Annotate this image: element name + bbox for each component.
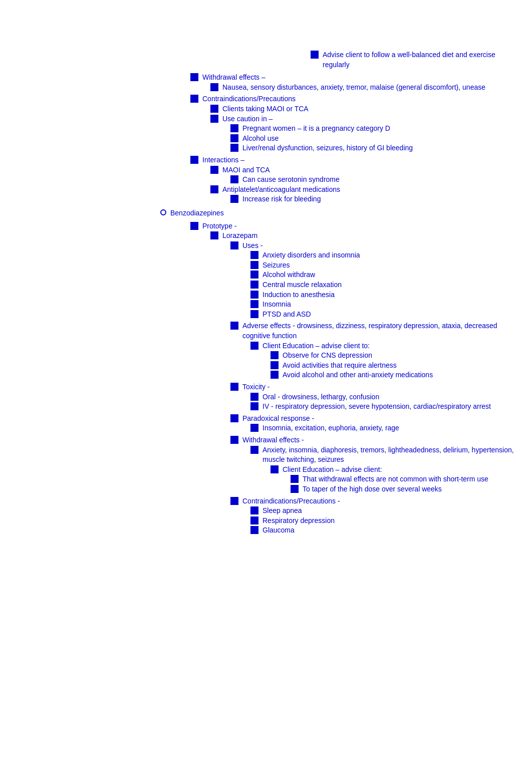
bullet-icon [250,402,258,410]
bullet-icon [250,424,258,432]
withdrawal-not-common-item: That withdrawal effects are not common w… [20,474,522,484]
anxiety-insomnia-item: Anxiety disorders and insomnia [20,250,522,260]
paradoxical-detail-item: Insomnia, excitation, euphoria, anxiety,… [20,423,522,433]
ptsd-asd-item: PTSD and ASD [20,310,522,320]
paradoxical-header-text: Paradoxical response - [242,414,522,424]
bullet-icon [210,166,218,174]
induction-anesthesia-text: Induction to anesthesia [262,290,522,300]
withdrawal-not-common-text: That withdrawal effects are not common w… [303,474,522,484]
iv-toxicity-item: IV - respiratory depression, severe hypo… [20,402,522,412]
bullet-icon [230,144,238,152]
bullet-icon [230,383,238,391]
prototype-item: Prototype - [20,221,522,231]
liver-renal-text: Liver/renal dysfunction, seizures, histo… [242,143,522,153]
withdrawal-effects-detail-text: Nausea, sensory disturbances, anxiety, t… [222,83,522,93]
oral-toxicity-item: Oral - drowsiness, lethargy, confusion [20,392,522,402]
avoid-activities-item: Avoid activities that require alertness [20,361,522,371]
oral-toxicity-text: Oral - drowsiness, lethargy, confusion [262,392,522,402]
bullet-icon [230,241,238,249]
withdrawal-benzo-detail-item: Anxiety, insomnia, diaphoresis, tremors,… [20,445,522,465]
client-education-1-text: Client Education – advise client to: [262,341,522,351]
toxicity-header-text: Toxicity - [242,382,522,392]
bullet-icon [230,322,238,330]
bullet-icon [250,342,258,350]
bullet-icon [230,175,238,183]
client-education-2-item: Client Education – advise client: [20,465,522,475]
bullet-icon [250,261,258,269]
serotonin-syndrome-text: Can cause serotonin syndrome [242,175,522,185]
taper-dose-text: To taper of the high dose over several w… [303,484,522,494]
bullet-icon [210,231,218,239]
interactions-header-text: Interactions – [202,155,522,165]
bullet-icon [271,465,279,473]
paradoxical-item: Paradoxical response - [20,414,522,424]
bullet-icon [250,291,258,299]
bullet-icon [190,156,198,164]
bullet-icon [250,516,258,525]
paradoxical-detail-text: Insomnia, excitation, euphoria, anxiety,… [262,423,522,433]
bullet-icon [271,351,279,359]
taper-dose-item: To taper of the high dose over several w… [20,484,522,494]
adverse-effects-item: Adverse effects - drowsiness, dizziness,… [20,321,522,341]
bullet-icon [271,371,279,379]
lorazepam-item: Lorazepam [20,231,522,241]
anxiety-insomnia-text: Anxiety disorders and insomnia [262,250,522,260]
advise-diet-item: Advise client to follow a well-balanced … [20,50,522,70]
glaucoma-item: Glaucoma [20,526,522,536]
interactions-item: Interactions – [20,155,522,165]
avoid-activities-text: Avoid activities that require alertness [283,361,522,371]
bullet-icon [250,446,258,454]
respiratory-depression-text: Respiratory depression [262,516,522,526]
clients-maoi-tca-text: Clients taking MAOI or TCA [222,104,522,114]
central-muscle-item: Central muscle relaxation [20,280,522,290]
bullet-icon [291,475,299,483]
bullet-icon [250,526,258,534]
bullet-icon [250,251,258,259]
lorazepam-text: Lorazepam [222,231,522,241]
benzodiazepines-item: Benzodiazepines [20,208,522,218]
bullet-icon [250,506,258,514]
use-caution-text: Use caution in – [222,114,522,124]
glaucoma-text: Glaucoma [262,526,522,536]
insomnia-item: Insomnia [20,300,522,310]
serotonin-syndrome-item: Can cause serotonin syndrome [20,175,522,185]
bullet-icon [190,95,198,103]
bullet-icon [311,51,319,59]
withdrawal-effects-header-text: Withdrawal effects – [202,73,522,83]
bullet-icon [190,222,198,230]
bullet-icon [250,271,258,279]
seizures-item: Seizures [20,260,522,271]
contraindications-header-text: Contraindications/Precautions [202,94,522,104]
bullet-icon [250,300,258,308]
client-education-1-item: Client Education – advise client to: [20,341,522,351]
benzodiazepines-text: Benzodiazepines [170,208,522,218]
contraindications-benzo-item: Contraindications/Precautions - [20,496,522,506]
uses-header-item: Uses - [20,241,522,251]
withdrawal-benzo-detail-text: Anxiety, insomnia, diaphoresis, tremors,… [262,445,522,465]
circle-bullet-icon [160,209,166,215]
advise-diet-text: Advise client to follow a well-balanced … [323,50,522,70]
bullet-icon [230,436,238,444]
observe-cns-item: Observe for CNS depression [20,351,522,361]
ptsd-asd-text: PTSD and ASD [262,310,522,320]
antiplatelet-item: Antiplatelet/anticoagulant medications [20,185,522,195]
withdrawal-effects-detail-item: Nausea, sensory disturbances, anxiety, t… [20,83,522,93]
withdrawal-benzo-item: Withdrawal effects - [20,435,522,445]
bullet-icon [271,361,279,369]
prototype-text: Prototype - [202,221,522,231]
bullet-icon [210,115,218,123]
bullet-icon [291,485,299,493]
increase-risk-item: Increase risk for bleeding [20,194,522,204]
withdrawal-benzo-header-text: Withdrawal effects - [242,435,522,445]
insomnia-text: Insomnia [262,300,522,310]
alcohol-use-text: Alcohol use [242,134,522,144]
alcohol-withdraw-text: Alcohol withdraw [262,270,522,280]
antiplatelet-text: Antiplatelet/anticoagulant medications [222,185,522,195]
contraindications-benzo-header-text: Contraindications/Precautions - [242,496,522,506]
toxicity-item: Toxicity - [20,382,522,392]
bullet-icon [250,393,258,401]
observe-cns-text: Observe for CNS depression [283,351,522,361]
bullet-icon [210,185,218,193]
bullet-icon [190,73,198,81]
sleep-apnea-item: Sleep apnea [20,506,522,516]
